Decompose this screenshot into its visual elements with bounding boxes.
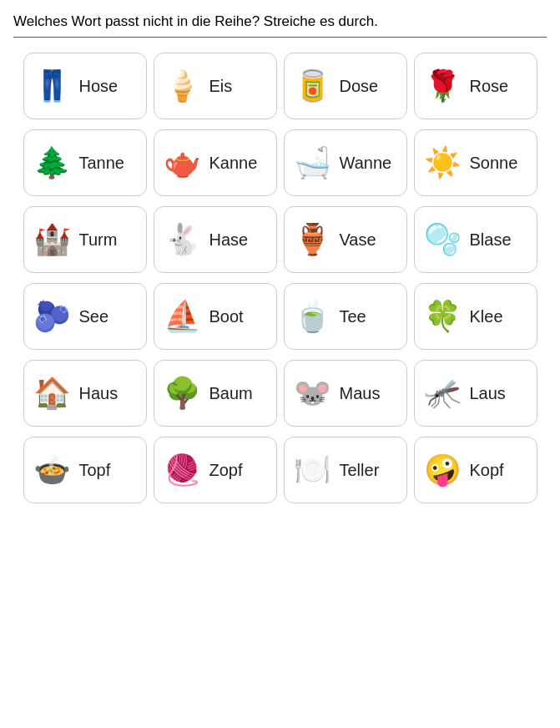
- row-2: 🏰Turm🐇Hase🏺Vase🫧Blase: [13, 206, 547, 273]
- row-3: 🫐See⛵Boot🍵Tee🍀Klee: [13, 283, 547, 350]
- icon-sonne: ☀️: [421, 148, 465, 178]
- card-kanne[interactable]: 🫖Kanne: [154, 129, 277, 196]
- card-sonne[interactable]: ☀️Sonne: [414, 129, 537, 196]
- icon-tanne: 🌲: [31, 148, 74, 178]
- card-zopf[interactable]: 🧶Zopf: [154, 437, 277, 503]
- icon-boot: ⛵: [161, 301, 204, 331]
- label-haus: Haus: [79, 384, 119, 403]
- card-hose[interactable]: 👖Hose: [23, 53, 147, 119]
- label-kopf: Kopf: [470, 461, 504, 480]
- card-baum[interactable]: 🌳Baum: [154, 360, 277, 427]
- icon-vase: 🏺: [291, 225, 335, 255]
- label-maus: Maus: [340, 384, 381, 403]
- card-see[interactable]: 🫐See: [23, 283, 147, 350]
- card-tee[interactable]: 🍵Tee: [284, 283, 407, 350]
- card-wanne[interactable]: 🛁Wanne: [284, 129, 407, 196]
- row-4: 🏠Haus🌳Baum🐭Maus🦟Laus: [13, 360, 547, 427]
- icon-tee: 🍵: [291, 301, 335, 331]
- label-sonne: Sonne: [470, 154, 518, 173]
- icon-kopf: 🤪: [421, 455, 465, 485]
- card-tanne[interactable]: 🌲Tanne: [23, 129, 147, 196]
- label-zopf: Zopf: [209, 461, 243, 480]
- label-rose: Rose: [470, 77, 509, 96]
- card-haus[interactable]: 🏠Haus: [23, 360, 147, 427]
- card-klee[interactable]: 🍀Klee: [414, 283, 537, 350]
- row-5: 🍲Topf🧶Zopf🍽️Teller🤪Kopf: [13, 437, 547, 503]
- label-tanne: Tanne: [79, 154, 125, 173]
- card-dose[interactable]: 🥫Dose: [284, 53, 407, 119]
- label-blase: Blase: [470, 230, 512, 250]
- label-vase: Vase: [340, 230, 376, 250]
- label-see: See: [79, 307, 109, 326]
- label-tee: Tee: [340, 307, 366, 326]
- icon-hase: 🐇: [161, 225, 204, 255]
- card-rose[interactable]: 🌹Rose: [414, 53, 537, 119]
- icon-teller: 🍽️: [291, 455, 335, 485]
- icon-laus: 🦟: [421, 378, 465, 408]
- icon-see: 🫐: [31, 301, 74, 331]
- card-kopf[interactable]: 🤪Kopf: [414, 437, 537, 503]
- icon-kanne: 🫖: [161, 148, 204, 178]
- icon-turm: 🏰: [31, 225, 74, 255]
- icon-rose: 🌹: [421, 71, 465, 101]
- label-laus: Laus: [470, 384, 506, 403]
- card-eis[interactable]: 🍦Eis: [154, 53, 277, 119]
- icon-haus: 🏠: [31, 378, 74, 408]
- grid-section: 👖Hose🍦Eis🥫Dose🌹Rose🌲Tanne🫖Kanne🛁Wanne☀️S…: [13, 53, 547, 503]
- label-hase: Hase: [209, 230, 249, 250]
- label-baum: Baum: [209, 384, 253, 403]
- label-kanne: Kanne: [209, 154, 258, 173]
- label-klee: Klee: [470, 307, 503, 326]
- row-1: 🌲Tanne🫖Kanne🛁Wanne☀️Sonne: [13, 129, 547, 196]
- card-boot[interactable]: ⛵Boot: [154, 283, 277, 350]
- label-teller: Teller: [340, 461, 380, 480]
- label-dose: Dose: [340, 77, 379, 96]
- icon-zopf: 🧶: [161, 455, 204, 485]
- instruction-text: Welches Wort passt nicht in die Reihe? S…: [13, 13, 547, 38]
- card-vase[interactable]: 🏺Vase: [284, 206, 407, 273]
- icon-topf: 🍲: [31, 455, 74, 485]
- card-topf[interactable]: 🍲Topf: [23, 437, 147, 503]
- icon-wanne: 🛁: [291, 148, 335, 178]
- card-laus[interactable]: 🦟Laus: [414, 360, 537, 427]
- card-turm[interactable]: 🏰Turm: [23, 206, 147, 273]
- label-topf: Topf: [79, 461, 111, 480]
- icon-eis: 🍦: [161, 71, 204, 101]
- icon-klee: 🍀: [421, 301, 465, 331]
- row-0: 👖Hose🍦Eis🥫Dose🌹Rose: [13, 53, 547, 119]
- icon-hose: 👖: [31, 71, 74, 101]
- label-wanne: Wanne: [340, 154, 392, 173]
- icon-dose: 🥫: [291, 71, 335, 101]
- icon-maus: 🐭: [291, 378, 335, 408]
- label-eis: Eis: [209, 77, 233, 96]
- card-maus[interactable]: 🐭Maus: [284, 360, 407, 427]
- icon-blase: 🫧: [421, 225, 465, 255]
- label-hose: Hose: [79, 77, 119, 96]
- label-turm: Turm: [79, 230, 118, 250]
- card-hase[interactable]: 🐇Hase: [154, 206, 277, 273]
- card-blase[interactable]: 🫧Blase: [414, 206, 537, 273]
- icon-baum: 🌳: [161, 378, 204, 408]
- card-teller[interactable]: 🍽️Teller: [284, 437, 407, 503]
- label-boot: Boot: [209, 307, 244, 326]
